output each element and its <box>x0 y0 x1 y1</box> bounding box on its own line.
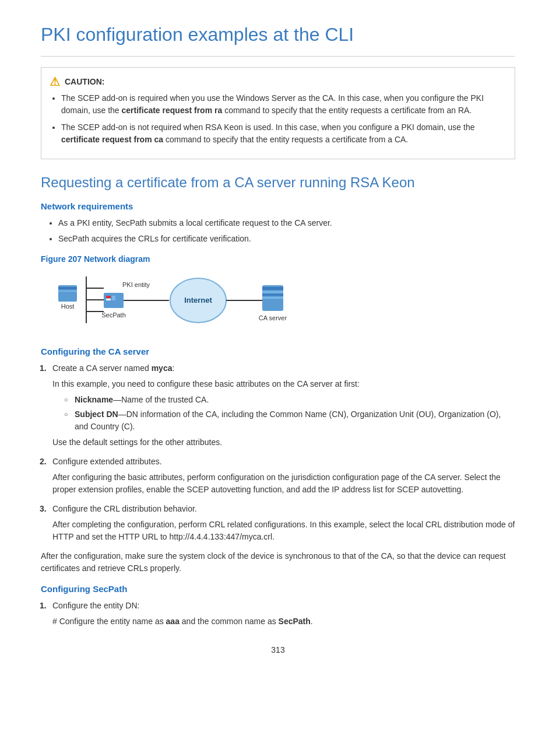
ca-step-1-subtext: In this example, you need to configure t… <box>52 378 515 390</box>
secpath-config-heading: Configuring SecPath <box>41 584 515 594</box>
caution-header: ⚠ CAUTION: <box>50 76 504 88</box>
entity-name-bold: aaa <box>166 617 180 626</box>
section-title: Requesting a certificate from a CA serve… <box>41 173 515 191</box>
network-req-item-2: SecPath acquires the CRLs for certificat… <box>58 233 515 245</box>
caution-bold-1: certificate request from ra <box>122 106 223 115</box>
network-requirements-heading: Network requirements <box>41 201 515 211</box>
page-number: 313 <box>41 645 515 654</box>
ca-step-3: Configure the CRL distribution behavior.… <box>52 503 515 543</box>
caution-box: ⚠ CAUTION: The SCEP add-on is required w… <box>41 67 515 159</box>
secpath-white <box>106 299 111 300</box>
caution-triangle-icon: ⚠ <box>50 76 60 88</box>
ca-after-steps: After the configuration, make sure the s… <box>41 550 515 575</box>
ca-step-2-subtext: After configuring the basic attributes, … <box>52 471 515 496</box>
figure-title: Figure 207 Network diagram <box>41 254 515 264</box>
ca-steps-list: Create a CA server named myca: In this e… <box>52 362 515 543</box>
ca-step-3-subtext: After completing the configuration, perf… <box>52 519 515 543</box>
ca-server-label: CA server <box>259 314 287 321</box>
pki-entity-label: PKI entity <box>122 281 150 288</box>
internet-label: Internet <box>184 296 212 304</box>
ca-server-section: Configuring the CA server Create a CA se… <box>41 346 515 575</box>
ca-server-stripe2 <box>262 294 283 296</box>
ca-server-top <box>262 287 283 290</box>
secpath-label: SecPath <box>101 312 126 318</box>
ca-step-1-circles: Nickname—Name of the trusted CA. Subject… <box>64 394 515 433</box>
ca-server-stripe3 <box>262 297 283 299</box>
caution-item-2: The SCEP add-on is not required when RSA… <box>61 121 504 146</box>
secpath-red <box>106 296 111 298</box>
nickname-bold: Nickname <box>75 395 113 404</box>
network-requirements-list: As a PKI entity, SecPath submits a local… <box>58 217 515 245</box>
caution-label: CAUTION: <box>65 77 104 86</box>
secpath-steps-list: Configure the entity DN: # Configure the… <box>52 600 515 628</box>
host-label: Host <box>61 303 75 310</box>
caution-bold-2: certificate request from ca <box>61 135 163 144</box>
ca-step-1: Create a CA server named myca: In this e… <box>52 362 515 449</box>
divider <box>41 56 515 57</box>
secpath-config-section: Configuring SecPath Configure the entity… <box>41 584 515 628</box>
ca-step-2: Configure extended attributes. After con… <box>52 456 515 496</box>
network-diagram: Host SecPath PKI entity Internet CA se <box>41 271 332 335</box>
subjectdn-bold: Subject DN <box>75 410 118 419</box>
network-req-item-1: As a PKI entity, SecPath submits a local… <box>58 217 515 229</box>
ca-server-stripe1 <box>262 291 283 293</box>
caution-list: The SCEP add-on is required when you use… <box>61 92 504 146</box>
secpath-step-1: Configure the entity DN: # Configure the… <box>52 600 515 628</box>
diagram-svg: Host SecPath PKI entity Internet CA se <box>41 271 332 335</box>
host-icon-stripe <box>58 287 77 289</box>
secpath-step-1-subtext: # Configure the entity name as aaa and t… <box>52 615 515 628</box>
circle-item-nickname: Nickname—Name of the trusted CA. <box>64 394 515 406</box>
circle-item-subjectdn: Subject DN—DN information of the CA, inc… <box>64 408 515 433</box>
network-requirements-section: Network requirements As a PKI entity, Se… <box>41 201 515 245</box>
ca-server-heading: Configuring the CA server <box>41 346 515 356</box>
ca-step-1-after: Use the default settings for the other a… <box>52 436 515 449</box>
ca-step-1-bold: myca <box>152 363 173 373</box>
caution-item-1: The SCEP add-on is required when you use… <box>61 92 504 117</box>
host-icon-stripe2 <box>58 290 77 292</box>
common-name-bold: SecPath <box>279 617 311 626</box>
secpath-detail <box>112 296 115 300</box>
page-title: PKI configuration examples at the CLI <box>41 23 515 46</box>
